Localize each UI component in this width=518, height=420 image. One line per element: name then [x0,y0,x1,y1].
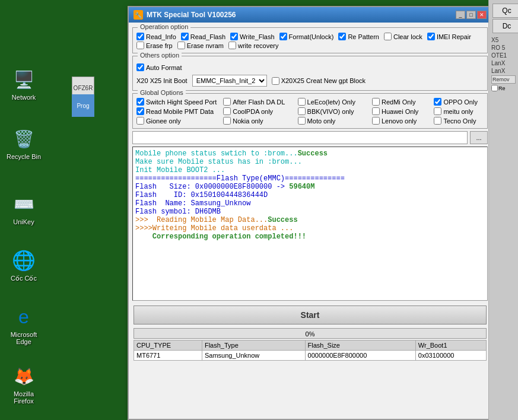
re-checkbox[interactable]: Re [491,85,516,91]
cb-creat-gpt[interactable]: X20X25 Creat New gpt Block [272,77,366,85]
firefox-label: MozillaFirefox [14,390,34,405]
cb-format-unlock[interactable]: Format(Unlock) [279,33,334,40]
cb-auto-format[interactable]: Auto Format [136,63,182,71]
app-window: 🔧 MTK Special Tool V100256 _ □ ✕ Operati… [128,6,492,420]
others-option-label: Others option [138,52,182,59]
log-line-1: Mobile phone status swtich to :brom...Su… [135,149,485,158]
minimize-button[interactable]: _ [456,11,465,19]
cb-nokia-only[interactable]: Nokia only [223,117,263,125]
cell-wr-boot1: 0x03100000 [415,351,486,361]
operation-option-label: Operation option [138,23,190,30]
others-option-group: Others option Auto Format X20 X25 Init B… [132,56,488,91]
cb-imei-repair[interactable]: IMEI Repair [427,33,471,40]
cb-erase-frp[interactable]: Erase frp [136,42,173,49]
edge-label: MicrosoftEdge [11,331,37,345]
side-text-lanx2: LanX [491,68,516,74]
coccoc-label: Cốc Cốc [11,275,37,282]
log-line-11: Corresponding operation completed!!! [135,233,485,241]
desktop-icon-prog[interactable]: Prog [62,92,104,122]
cb-gionee-only[interactable]: Gionee only [136,117,181,125]
col-cpu-type: CPU_TYPE [134,341,202,351]
side-text-x5: X5 [491,37,516,43]
desktop-icon-unikey[interactable]: ⌨️ UniKey [3,190,45,228]
operation-option-group: Operation option Read_Info Read_Flash Wr… [132,27,488,53]
cb-read-flash[interactable]: Read_Flash [181,33,225,40]
cell-cpu-type: MT6771 [134,351,202,361]
global-options-label: Global Options [138,89,186,96]
unikey-label: UniKey [13,218,34,225]
global-options-group: Global Options Switch Hight Speed Port A… [132,93,488,129]
log-line-3: Init Mobile BOOT2 ... [135,166,485,174]
search-input[interactable] [132,131,468,144]
qc-button[interactable]: Qc [492,4,518,18]
table-row: MT6771 Samsung_Unknow 0000000E8F800000 0… [134,351,487,361]
emmc-flash-dropdown[interactable]: EMMC_Flash_Init_1 EMMC_Flash_Init_2 EMMC… [192,75,267,87]
desktop-icon-firefox[interactable]: 🦊 MozillaFirefox [3,362,45,407]
cb-erase-nvram[interactable]: Erase nvram [177,42,224,49]
cell-flash-size: 0000000E8F800000 [305,351,415,361]
cb-meitu-only[interactable]: meitu only [434,107,473,115]
progress-bar-container: 0% [134,328,487,339]
cb-lenovo-only[interactable]: Lenovo only [372,117,417,125]
network-label: Network [12,94,36,101]
cb-bbk-vivo-only[interactable]: BBK(VIVO) only [298,107,354,115]
desktop-icon-edge[interactable]: e MicrosoftEdge [3,303,45,348]
desktop-icon-recycle-bin[interactable]: 🗑️ Recycle Bin [3,125,45,163]
col-flash-size: Flash_Size [305,341,415,351]
cb-leeco-only[interactable]: LeEco(letv) Only [298,98,355,106]
col-flash-type: Flash_Type [202,341,305,351]
cb-clear-lock[interactable]: Clear lock [384,33,422,40]
cb-oppo-only[interactable]: OPPO Only [434,98,477,106]
log-line-10: >>>>Writeing Mobile data userdata ... [135,224,485,233]
cb-coolpda-only[interactable]: CoolPDA only [223,107,273,115]
cb-read-info[interactable]: Read_Info [136,33,176,40]
cb-write-flash[interactable]: Write_Flash [230,33,274,40]
desktop-icon-network[interactable]: 🖥️ Network [3,65,45,103]
cb-redmi-only[interactable]: RedMi Only [372,98,415,106]
remove-button[interactable]: Remov [491,75,516,84]
cb-after-flash-da[interactable]: After Flash DA DL [223,98,285,106]
title-bar: 🔧 MTK Special Tool V100256 _ □ ✕ [129,7,491,23]
log-line-5: Flash Size: 0x0000000E8F800000 -> 59640M [135,183,485,191]
log-line-4: ===================Flash Type(eMMC)=====… [135,174,485,183]
recycle-bin-label: Recycle Bin [7,153,41,160]
x20x25-init-boot-label: X20 X25 Init Boot [136,77,188,84]
maximize-button[interactable]: □ [466,11,476,19]
start-button[interactable]: Start [134,306,487,324]
log-line-9: >>> Reading Mobile Map Data...Success [135,216,485,224]
close-button[interactable]: ✕ [477,11,487,19]
log-line-6: Flash ID: 0x150100444836444D [135,191,485,199]
log-line-2: Make sure Mobile status has in :brom... [135,158,485,166]
side-text-ro5: RO 5 [491,44,516,51]
cb-moto-only[interactable]: Moto only [298,117,336,125]
search-button[interactable]: ... [470,131,488,144]
cell-flash-type: Samsung_Unknow [202,351,305,361]
window-title: MTK Special Tool V100256 [147,11,236,19]
log-area[interactable]: Mobile phone status swtich to :brom...Su… [132,147,488,301]
cb-tecno-only[interactable]: Tecno Only [434,117,476,125]
status-table: CPU_TYPE Flash_Type Flash_Size Wr_Boot1 … [134,340,487,361]
title-icon: 🔧 [134,10,143,20]
progress-text: 0% [134,329,486,339]
desktop-icon-coccoc[interactable]: 🌐 Cốc Cốc [3,246,45,285]
cb-write-recovery[interactable]: write recovery [228,42,278,49]
cb-switch-high-speed[interactable]: Switch Hight Speed Port [136,98,217,106]
cb-read-mobile-pmt[interactable]: Read Mobile PMT Data [136,107,214,115]
side-text-lanx1: LanX [491,60,516,66]
log-line-7: Flash Name: Samsung_Unknow [135,199,485,208]
col-wr-boot1: Wr_Boot1 [415,341,486,351]
log-line-8: Flash symbol: DH6DMB [135,208,485,216]
dc-button[interactable]: Dc [492,19,518,33]
right-side-panel: Qc Dc X5 RO 5 OTE1 LanX LanX Remov Re [488,0,518,420]
search-row: ... [132,131,488,144]
cb-huawei-only[interactable]: Huawei Only [372,107,418,115]
cb-re-pattern[interactable]: Re Pattern [338,33,379,40]
side-text-ote1: OTE1 [491,52,516,59]
